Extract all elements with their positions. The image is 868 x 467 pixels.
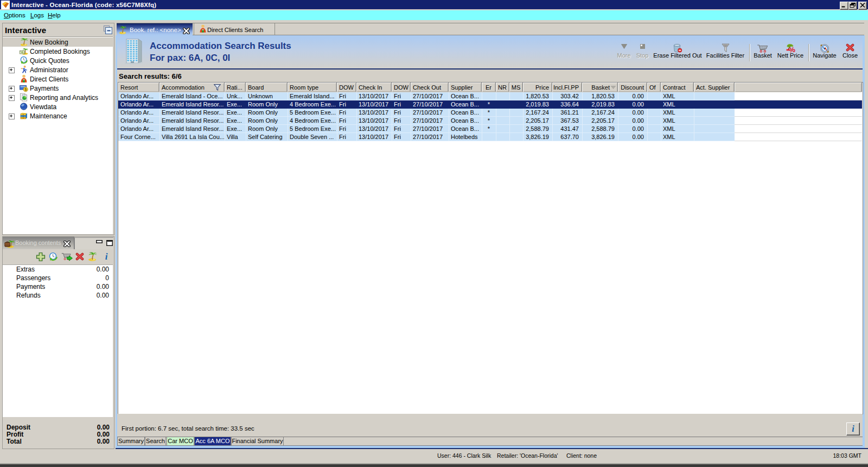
- svg-text:$: $: [24, 87, 27, 92]
- svg-text:i: i: [105, 251, 108, 261]
